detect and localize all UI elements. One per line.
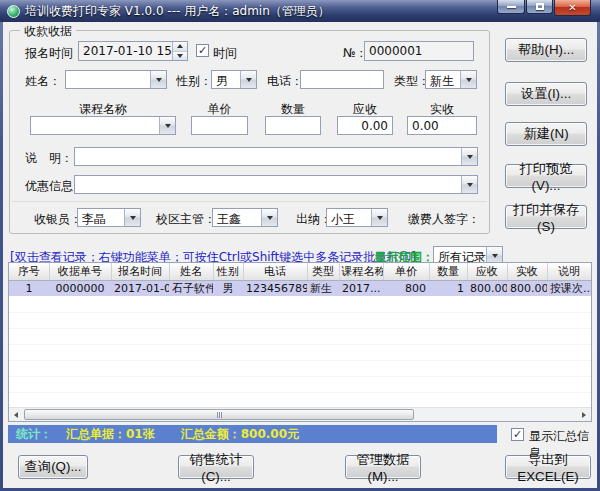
supervisor-combobox[interactable]: 王鑫 [212, 208, 278, 227]
docs-summary-value: 01张 [126, 426, 155, 443]
divider [12, 201, 487, 202]
new-button[interactable]: 新建(N) [505, 122, 587, 146]
table-row[interactable]: 1 0000000 2017-01-01... 石子软件 男 123456789… [9, 280, 591, 296]
gender-value: 男 [212, 71, 240, 88]
unit-price-field[interactable] [191, 116, 248, 135]
check-icon: ✓ [198, 45, 207, 56]
maximize-button[interactable] [526, 0, 553, 14]
received-field[interactable]: 0.00 [407, 116, 477, 135]
description-combobox[interactable] [74, 147, 478, 166]
cashier-combobox[interactable]: 李晶 [77, 208, 141, 227]
scroll-thumb[interactable] [24, 409, 414, 420]
chevron-down-icon[interactable] [460, 71, 476, 88]
table-cell: 1 [9, 280, 49, 296]
table-header-cell[interactable]: 数量 [429, 263, 467, 280]
table-cell: 0000000 [49, 280, 111, 296]
chevron-down-icon[interactable] [371, 209, 387, 226]
scroll-right-icon[interactable] [577, 408, 591, 422]
gender-combobox[interactable]: 男 [211, 70, 257, 89]
receivable-field[interactable]: 0.00 [337, 116, 393, 135]
receipt-no-field[interactable]: 0000001 [364, 41, 474, 61]
table-header-cell[interactable]: 应收 [467, 263, 507, 280]
table-row [9, 296, 591, 312]
table-header-cell[interactable]: 性别 [213, 263, 243, 280]
table-header-row: 序号 收据单号 报名时间 姓名 性别 电话 类型 课程名称 单价 数量 应收 实… [9, 263, 591, 280]
scroll-left-icon[interactable] [9, 408, 23, 422]
query-button[interactable]: 查询(Q)... [18, 455, 88, 479]
maximize-icon [536, 3, 544, 10]
h-scrollbar[interactable] [9, 407, 591, 421]
chevron-down-icon[interactable] [159, 117, 175, 134]
course-combobox[interactable] [30, 116, 176, 135]
table-header-cell[interactable]: 姓名 [169, 263, 213, 280]
manage-data-button[interactable]: 管理数据(M)... [345, 455, 421, 479]
phone-label: 电话： [267, 73, 303, 90]
title-bar: 培训收费打印专家 V1.0.0 --- 用户名：admin（管理员） ✕ [0, 0, 600, 22]
table-header-cell[interactable]: 序号 [9, 263, 49, 280]
table-header-cell[interactable]: 实收 [507, 263, 547, 280]
table-cell: 男 [213, 280, 243, 296]
quantity-field[interactable] [265, 116, 321, 135]
discount-combobox[interactable] [74, 175, 478, 194]
sales-stats-button[interactable]: 销售统计(C)... [178, 455, 254, 479]
table-cell: 800.00 [467, 280, 507, 296]
stats-label: 统计： [16, 426, 52, 443]
table-header-cell[interactable]: 报名时间 [111, 263, 169, 280]
name-combobox[interactable] [65, 70, 167, 89]
received-value: 0.00 [408, 119, 476, 133]
chevron-down-icon[interactable] [261, 209, 277, 226]
type-value: 新生 [426, 71, 460, 88]
chevron-down-icon[interactable] [124, 209, 140, 226]
chevron-down-icon[interactable] [461, 176, 477, 193]
docs-summary-label: 汇总单据： [66, 426, 126, 443]
spinner-up-icon[interactable] [173, 42, 187, 52]
check-icon: ✓ [513, 429, 522, 440]
app-window: 培训收费打印专家 V1.0.0 --- 用户名：admin（管理员） ✕ 收款收… [0, 0, 600, 491]
table-header-cell[interactable]: 电话 [243, 263, 307, 280]
help-button[interactable]: 帮助(H)... [505, 38, 587, 62]
time-checkbox-label: 时间 [213, 45, 237, 62]
minimize-button[interactable] [497, 0, 525, 14]
chevron-down-icon[interactable] [240, 71, 256, 88]
table-cell: 新生 [307, 280, 339, 296]
window-title: 培训收费打印专家 V1.0.0 --- 用户名：admin（管理员） [25, 3, 330, 20]
window-controls: ✕ [496, 0, 591, 16]
time-checkbox[interactable]: ✓ [196, 44, 209, 57]
settings-button[interactable]: 设置(I)... [505, 82, 587, 106]
reg-time-field[interactable]: 2017-01-10 15:10:19 [78, 41, 188, 61]
export-excel-button[interactable]: 导出到EXCEL(E) [505, 455, 591, 479]
name-value [66, 71, 150, 88]
table-cell: 800 [383, 280, 429, 296]
amount-summary-value: 800.00元 [241, 426, 299, 443]
treasurer-combobox[interactable]: 小王 [326, 208, 388, 227]
close-button[interactable]: ✕ [554, 0, 591, 16]
chevron-down-icon[interactable] [150, 71, 166, 88]
cashier-value: 李晶 [78, 209, 124, 226]
show-summary-checkbox[interactable]: ✓ [511, 428, 524, 441]
description-label: 说 明： [25, 150, 73, 167]
spinner-down-icon[interactable] [173, 52, 187, 61]
treasurer-value: 小王 [327, 209, 371, 226]
phone-field[interactable] [300, 70, 384, 89]
table-cell: 12345678901 [243, 280, 307, 296]
reg-time-spinner [172, 42, 187, 60]
table-header-cell[interactable]: 说明 [547, 263, 591, 280]
table-header-cell[interactable]: 课程名称 [339, 263, 383, 280]
type-combobox[interactable]: 新生 [425, 70, 477, 89]
supervisor-value: 王鑫 [213, 209, 261, 226]
table-cell: 按课次... [547, 280, 591, 296]
table-cell: 1 [429, 280, 467, 296]
table-row [9, 312, 591, 328]
table-header-cell[interactable]: 收据单号 [49, 263, 111, 280]
reg-time-label: 报名时间： [25, 45, 85, 62]
chevron-down-icon[interactable] [461, 148, 477, 165]
client-area: 收款收据 报名时间： 2017-01-10 15:10:19 ✓ 时间 №： 0… [3, 22, 597, 488]
print-save-button[interactable]: 打印并保存(S) [505, 205, 587, 229]
course-value [31, 117, 159, 134]
records-table: 序号 收据单号 报名时间 姓名 性别 电话 类型 课程名称 单价 数量 应收 实… [8, 262, 592, 422]
receipt-groupbox: 收款收据 报名时间： 2017-01-10 15:10:19 ✓ 时间 №： 0… [9, 30, 490, 234]
print-preview-button[interactable]: 打印预览(V)... [505, 164, 587, 188]
table-header-cell[interactable]: 单价 [383, 263, 429, 280]
supervisor-label: 校区主管： [156, 211, 216, 228]
table-header-cell[interactable]: 类型 [307, 263, 339, 280]
